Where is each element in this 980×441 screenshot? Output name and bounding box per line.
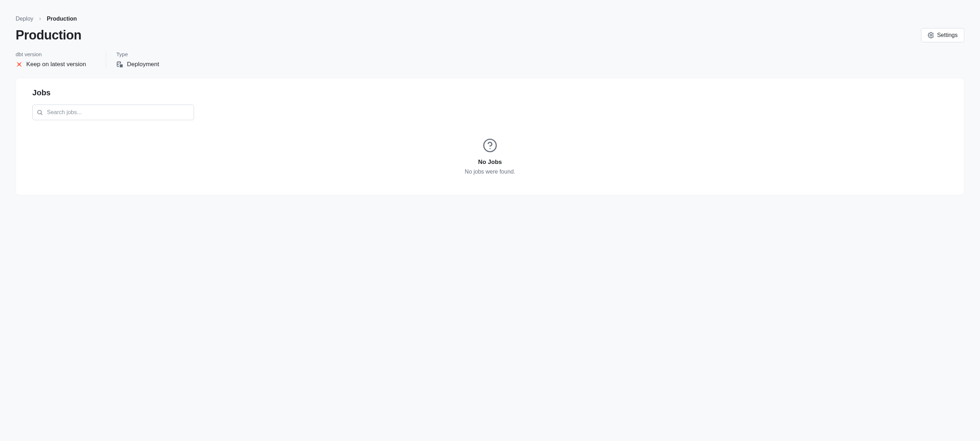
meta-type: Type Deployment xyxy=(106,51,169,68)
jobs-empty-state: No Jobs No jobs were found. xyxy=(32,138,948,175)
breadcrumb-deploy-link[interactable]: Deploy xyxy=(16,16,33,22)
svg-point-6 xyxy=(38,110,41,114)
search-jobs-input[interactable] xyxy=(32,105,194,120)
svg-point-1 xyxy=(117,62,121,63)
search-icon xyxy=(37,109,43,116)
meta-label-type: Type xyxy=(116,51,159,57)
help-circle-icon xyxy=(482,138,498,153)
environment-meta: dbt version Keep on latest version Type xyxy=(16,51,964,68)
meta-value-type: Deployment xyxy=(127,61,159,68)
empty-state-title: No Jobs xyxy=(478,159,502,166)
empty-state-description: No jobs were found. xyxy=(465,169,515,175)
svg-rect-4 xyxy=(120,66,121,67)
dbt-icon xyxy=(16,61,23,68)
settings-button-label: Settings xyxy=(937,32,958,38)
meta-dbt-version: dbt version Keep on latest version xyxy=(16,51,96,68)
meta-value-dbt-version: Keep on latest version xyxy=(26,61,86,68)
meta-label-dbt-version: dbt version xyxy=(16,51,86,57)
deployment-icon xyxy=(116,61,123,68)
svg-rect-2 xyxy=(120,65,121,66)
svg-rect-3 xyxy=(121,65,123,66)
breadcrumb-current: Production xyxy=(47,16,77,22)
svg-point-0 xyxy=(930,35,932,36)
page-title: Production xyxy=(16,28,81,43)
settings-button[interactable]: Settings xyxy=(921,28,964,42)
jobs-title: Jobs xyxy=(32,88,948,97)
breadcrumb: Deploy Production xyxy=(16,16,964,22)
gear-icon xyxy=(928,32,934,38)
svg-rect-5 xyxy=(121,66,123,67)
svg-line-7 xyxy=(41,113,42,115)
svg-point-8 xyxy=(484,139,496,152)
chevron-right-icon xyxy=(38,17,42,21)
jobs-card: Jobs No Jobs No jobs were found. xyxy=(16,78,964,195)
